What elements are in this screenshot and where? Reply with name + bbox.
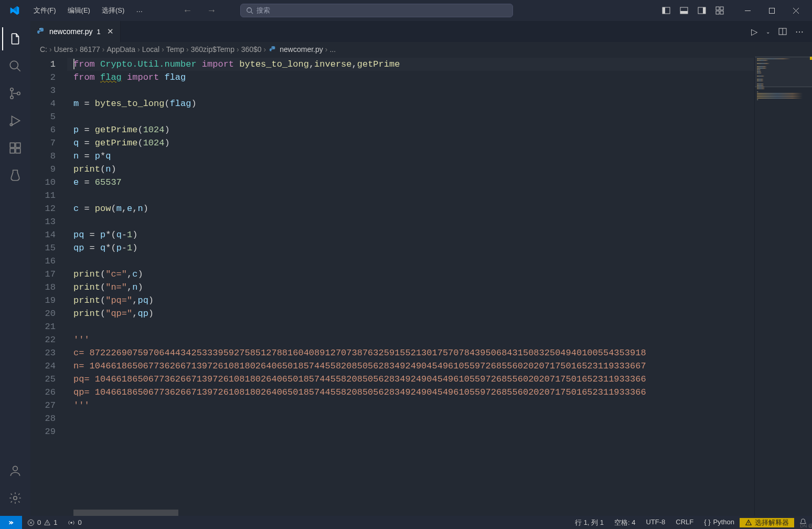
split-editor-button[interactable] — [776, 25, 789, 38]
menu-select[interactable]: 选择(S) — [97, 4, 130, 17]
status-problems[interactable]: 0 1 — [22, 516, 62, 529]
svg-point-35 — [71, 522, 73, 524]
tab-newcomer[interactable]: newcomer.py 1 ✕ — [30, 21, 121, 42]
code-editor[interactable]: 1234567891011121314151617181920212223242… — [30, 57, 812, 516]
editor-more-actions[interactable]: ⋯ — [793, 25, 806, 39]
svg-rect-24 — [16, 149, 20, 153]
breadcrumb-item-file[interactable]: newcomer.py — [280, 45, 323, 54]
activity-settings[interactable] — [2, 484, 28, 512]
braces-icon: { } — [704, 518, 710, 526]
svg-rect-9 — [720, 7, 723, 10]
svg-point-16 — [10, 61, 18, 69]
minimap[interactable] — [754, 57, 812, 516]
python-file-icon — [269, 46, 276, 53]
tab-modified-badge: 1 — [97, 28, 100, 36]
status-cursor-position[interactable]: 行 1, 列 1 — [570, 518, 609, 527]
svg-rect-7 — [703, 7, 706, 14]
status-notifications[interactable]: DN @ — [794, 518, 812, 525]
activity-explorer[interactable] — [2, 25, 28, 52]
layout-toggle-bottom-icon[interactable] — [676, 3, 692, 18]
breadcrumb-item[interactable]: Temp — [166, 45, 184, 54]
search-icon — [246, 7, 253, 14]
status-indentation[interactable]: 空格: 4 — [609, 518, 640, 527]
status-language[interactable]: { } Python — [699, 518, 740, 526]
activity-search[interactable] — [2, 52, 28, 80]
window-close-button[interactable] — [784, 0, 808, 21]
vscode-logo-icon — [8, 4, 21, 17]
svg-line-1 — [251, 12, 253, 14]
nav-back-icon[interactable]: ← — [179, 4, 195, 17]
svg-rect-10 — [716, 11, 719, 14]
warning-icon — [44, 519, 51, 526]
breadcrumb-item[interactable]: 360zip$Temp — [191, 45, 234, 54]
horizontal-scrollbar[interactable] — [73, 510, 178, 516]
svg-line-17 — [17, 68, 20, 71]
breadcrumb-item-symbol[interactable]: ... — [329, 45, 336, 54]
breadcrumb: C:› Users› 86177› AppData› Local› Temp› … — [30, 42, 812, 57]
statusbar: 0 1 0 行 1, 列 1 空格: 4 UTF-8 CRLF { } Pyth… — [0, 516, 812, 529]
window-minimize-button[interactable] — [735, 0, 760, 21]
svg-point-28 — [39, 28, 40, 29]
run-file-button[interactable]: ▷ — [749, 25, 760, 39]
remote-button[interactable] — [0, 516, 22, 529]
nav-forward-icon[interactable]: → — [204, 4, 219, 17]
activity-run-debug[interactable] — [2, 107, 28, 134]
menu-edit[interactable]: 编辑(E) — [62, 4, 95, 17]
menu-bar: 文件(F) 编辑(E) 选择(S) … — [28, 4, 148, 17]
command-center-search[interactable]: 搜索 — [240, 4, 513, 17]
activity-source-control[interactable] — [2, 80, 28, 107]
svg-rect-5 — [680, 11, 688, 14]
svg-rect-23 — [10, 149, 15, 153]
svg-rect-11 — [720, 11, 723, 14]
error-icon — [27, 519, 35, 526]
breadcrumb-item[interactable]: Local — [142, 45, 159, 54]
activity-testing[interactable] — [2, 162, 28, 189]
status-select-interpreter[interactable]: 选择解释器 — [740, 518, 794, 527]
svg-rect-25 — [16, 143, 20, 147]
titlebar: 文件(F) 编辑(E) 选择(S) … ← → 搜索 — [0, 0, 812, 21]
warning-icon — [745, 519, 752, 526]
layout-toggle-left-icon[interactable] — [658, 3, 675, 18]
minimap-viewport[interactable] — [755, 57, 812, 87]
svg-point-0 — [247, 8, 252, 13]
activity-account[interactable] — [2, 457, 28, 484]
nav-arrows: ← → — [179, 4, 219, 17]
python-file-icon — [37, 27, 45, 36]
status-ports[interactable]: 0 — [62, 516, 87, 529]
status-encoding[interactable]: UTF-8 — [640, 518, 670, 526]
svg-point-19 — [10, 96, 13, 99]
editor-area: newcomer.py 1 ✕ ▷ ⌄ ⋯ C:› Users› 86177› … — [30, 21, 812, 516]
tab-filename: newcomer.py — [49, 27, 92, 36]
svg-rect-3 — [663, 7, 665, 14]
search-placeholder: 搜索 — [257, 6, 270, 15]
breadcrumb-item[interactable]: C: — [40, 45, 47, 54]
watermark: DN @ — [800, 523, 812, 528]
svg-point-21 — [10, 123, 12, 125]
menu-overflow[interactable]: … — [131, 4, 148, 17]
svg-rect-13 — [769, 8, 774, 13]
code-content[interactable]: from Crypto.Util.number import bytes_to_… — [67, 57, 754, 516]
run-dropdown-icon[interactable]: ⌄ — [764, 27, 772, 37]
broadcast-icon — [68, 519, 75, 526]
svg-rect-22 — [10, 143, 15, 147]
svg-point-26 — [13, 466, 18, 471]
svg-rect-8 — [716, 7, 719, 10]
svg-point-18 — [10, 88, 13, 91]
menu-file[interactable]: 文件(F) — [28, 4, 61, 17]
tab-close-button[interactable]: ✕ — [107, 27, 114, 36]
tabs-bar: newcomer.py 1 ✕ ▷ ⌄ ⋯ — [30, 21, 812, 42]
activity-extensions[interactable] — [2, 134, 28, 162]
svg-rect-12 — [745, 10, 751, 11]
breadcrumb-item[interactable]: 360$0 — [241, 45, 262, 54]
activity-bar — [0, 21, 30, 516]
breadcrumb-item[interactable]: Users — [54, 45, 73, 54]
breadcrumb-item[interactable]: AppData — [107, 45, 135, 54]
svg-point-27 — [14, 496, 17, 500]
window-maximize-button[interactable] — [760, 0, 784, 21]
layout-toggle-right-icon[interactable] — [693, 3, 710, 18]
line-number-gutter: 1234567891011121314151617181920212223242… — [30, 57, 67, 516]
svg-point-20 — [17, 92, 20, 94]
breadcrumb-item[interactable]: 86177 — [80, 45, 100, 54]
status-eol[interactable]: CRLF — [670, 518, 699, 526]
layout-customize-icon[interactable] — [711, 3, 728, 18]
